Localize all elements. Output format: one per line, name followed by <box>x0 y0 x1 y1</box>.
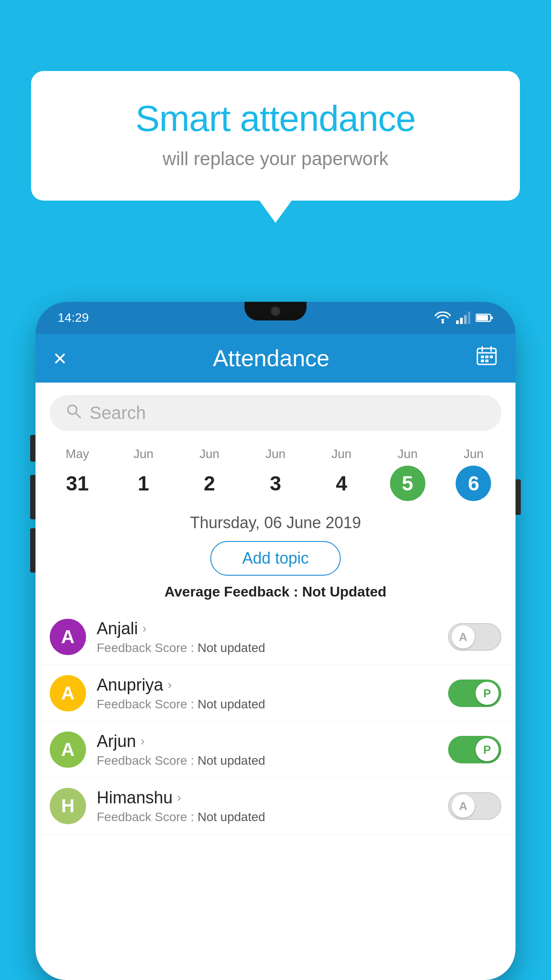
status-time: 14:29 <box>58 311 89 325</box>
wifi-icon <box>435 312 451 324</box>
student-avatar-2: A <box>50 731 86 768</box>
search-bar[interactable]: Search <box>50 395 501 431</box>
student-item-0[interactable]: AAnjali ›Feedback Score : Not updatedA <box>35 609 516 665</box>
toggle-knob-1: P <box>476 682 499 705</box>
svg-line-18 <box>75 413 80 418</box>
student-name-3: Himanshu › <box>97 788 437 807</box>
side-button-left-2 <box>30 475 35 519</box>
speech-bubble: Smart attendance will replace your paper… <box>31 71 520 201</box>
bubble-title: Smart attendance <box>67 98 484 139</box>
cal-date-1: 1 <box>126 466 161 501</box>
calendar-day-0[interactable]: May31 <box>59 447 95 501</box>
app-bar-title: Attendance <box>213 345 330 371</box>
student-feedback-0: Feedback Score : Not updated <box>97 641 437 655</box>
student-info-0: Anjali ›Feedback Score : Not updated <box>97 619 437 655</box>
cal-date-6: 6 <box>456 466 491 501</box>
student-name-2: Arjun › <box>97 732 437 751</box>
status-icons <box>435 312 493 324</box>
toggle-knob-2: P <box>476 738 499 761</box>
avg-feedback-label: Average Feedback : <box>165 584 298 600</box>
student-item-2[interactable]: AArjun ›Feedback Score : Not updatedP <box>35 722 516 778</box>
calendar-day-6[interactable]: Jun6 <box>456 447 491 501</box>
student-avatar-3: H <box>50 788 86 824</box>
svg-rect-4 <box>468 312 470 324</box>
calendar-day-4[interactable]: Jun4 <box>324 447 359 501</box>
calendar-day-5[interactable]: Jun5 <box>390 447 425 501</box>
svg-rect-1 <box>456 320 459 324</box>
svg-point-0 <box>441 321 444 324</box>
selected-date-display: Thursday, 06 June 2019 <box>35 514 516 532</box>
student-feedback-1: Feedback Score : Not updated <box>97 697 437 711</box>
cal-month-5: Jun <box>398 447 417 461</box>
calendar-day-2[interactable]: Jun2 <box>192 447 227 501</box>
camera <box>271 306 280 316</box>
chevron-icon-1: › <box>168 678 172 692</box>
student-feedback-3: Feedback Score : Not updated <box>97 810 437 824</box>
add-topic-button[interactable]: Add topic <box>210 541 341 576</box>
svg-rect-7 <box>476 315 488 320</box>
svg-rect-16 <box>485 360 488 362</box>
student-item-3[interactable]: HHimanshu ›Feedback Score : Not updatedA <box>35 778 516 834</box>
side-button-left-3 <box>30 528 35 573</box>
cal-date-2: 2 <box>192 466 227 501</box>
cal-date-3: 3 <box>258 466 293 501</box>
battery-icon <box>476 313 493 323</box>
svg-rect-3 <box>464 315 467 324</box>
avg-feedback-value: Not Updated <box>302 584 386 600</box>
svg-rect-12 <box>481 356 484 358</box>
search-icon <box>66 403 82 423</box>
add-topic-container: Add topic <box>35 541 516 576</box>
student-feedback-2: Feedback Score : Not updated <box>97 754 437 768</box>
notch <box>244 302 307 320</box>
cal-month-0: May <box>66 447 89 461</box>
side-button-right <box>516 479 521 515</box>
phone-frame: 14:29 <box>35 302 516 980</box>
bubble-subtitle: will replace your paperwork <box>67 148 484 170</box>
phone-content: Search May31Jun1Jun2Jun3Jun4Jun5Jun6 Thu… <box>35 383 516 980</box>
calendar-strip: May31Jun1Jun2Jun3Jun4Jun5Jun6 <box>35 440 516 501</box>
student-name-1: Anupriya › <box>97 676 437 695</box>
chevron-icon-2: › <box>141 734 145 748</box>
cal-month-4: Jun <box>331 447 351 461</box>
toggle-knob-3: A <box>452 794 475 818</box>
student-avatar-1: A <box>50 675 86 711</box>
status-bar: 14:29 <box>35 302 516 334</box>
student-info-2: Arjun ›Feedback Score : Not updated <box>97 732 437 768</box>
student-item-1[interactable]: AAnupriya ›Feedback Score : Not updatedP <box>35 665 516 722</box>
search-input-placeholder: Search <box>90 403 146 423</box>
cal-date-4: 4 <box>324 466 359 501</box>
signal-icon <box>456 312 470 324</box>
app-bar: × Attendance <box>35 334 516 383</box>
chevron-icon-3: › <box>177 790 181 805</box>
student-toggle-1[interactable]: P <box>448 680 501 707</box>
calendar-day-1[interactable]: Jun1 <box>126 447 161 501</box>
calendar-day-3[interactable]: Jun3 <box>258 447 293 501</box>
calendar-icon[interactable] <box>476 345 498 371</box>
svg-rect-2 <box>460 318 463 324</box>
svg-rect-13 <box>485 356 488 358</box>
toggle-knob-0: A <box>452 625 475 648</box>
student-info-3: Himanshu ›Feedback Score : Not updated <box>97 788 437 824</box>
student-toggle-2[interactable]: P <box>448 736 501 763</box>
svg-rect-6 <box>491 316 493 319</box>
student-toggle-0[interactable]: A <box>448 623 501 651</box>
student-toggle-3[interactable]: A <box>448 792 501 820</box>
svg-rect-14 <box>490 356 493 358</box>
student-name-0: Anjali › <box>97 619 437 638</box>
student-list: AAnjali ›Feedback Score : Not updatedAAA… <box>35 609 516 834</box>
cal-month-6: Jun <box>464 447 484 461</box>
student-avatar-0: A <box>50 619 86 655</box>
cal-month-3: Jun <box>265 447 285 461</box>
chevron-icon-0: › <box>142 621 146 636</box>
student-info-1: Anupriya ›Feedback Score : Not updated <box>97 676 437 711</box>
close-button[interactable]: × <box>53 345 67 371</box>
cal-month-2: Jun <box>200 447 220 461</box>
cal-date-0: 31 <box>59 466 95 501</box>
side-button-left-1 <box>30 435 35 462</box>
average-feedback: Average Feedback : Not Updated <box>35 584 516 600</box>
cal-month-1: Jun <box>134 447 153 461</box>
cal-date-5: 5 <box>390 466 425 501</box>
svg-rect-15 <box>481 360 484 362</box>
speech-bubble-container: Smart attendance will replace your paper… <box>31 71 520 201</box>
